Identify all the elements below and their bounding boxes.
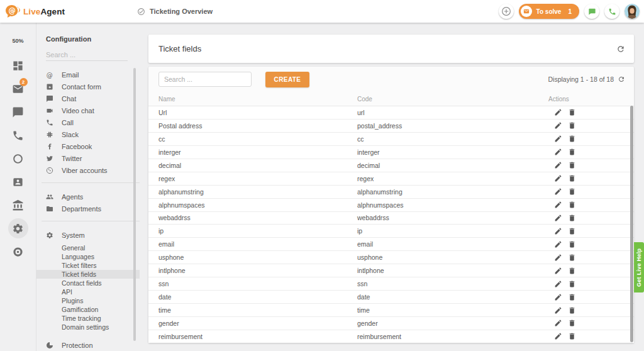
column-header-code[interactable]: Code: [357, 96, 541, 103]
sidebar-item-departments[interactable]: Departments: [36, 203, 140, 214]
sidebar-item-system[interactable]: System: [36, 229, 140, 241]
ring-icon: [12, 153, 24, 165]
delete-icon[interactable]: [568, 135, 576, 143]
to-solve-button[interactable]: To solve 1: [519, 4, 579, 19]
sidebar-subitem-contact-fields[interactable]: Contact fields: [36, 279, 140, 287]
edit-icon[interactable]: [554, 214, 562, 222]
rail-item-extras[interactable]: [8, 242, 28, 262]
field-name: interger: [158, 148, 357, 156]
sidebar-item-chat[interactable]: Chat: [36, 92, 140, 104]
table-search-input[interactable]: [158, 72, 252, 87]
sidebar-subitem-time-tracking[interactable]: Time tracking: [36, 314, 140, 323]
edit-icon[interactable]: [554, 227, 562, 235]
delete-icon[interactable]: [568, 267, 576, 275]
sidebar-subitem-api[interactable]: API: [36, 287, 140, 296]
edit-icon[interactable]: [554, 319, 562, 327]
delete-icon[interactable]: [568, 332, 576, 340]
sidebar-item-agents[interactable]: Agents: [36, 191, 140, 203]
rail-item-company[interactable]: [8, 195, 28, 215]
pie-icon: [46, 342, 53, 349]
call-button[interactable]: [604, 4, 619, 19]
bank-icon: [12, 199, 24, 211]
sidebar-item-label: Agents: [62, 193, 83, 201]
delete-icon[interactable]: [568, 293, 576, 301]
edit-icon[interactable]: [554, 293, 562, 301]
delete-icon[interactable]: [568, 240, 576, 248]
column-header-name[interactable]: Name: [158, 96, 357, 103]
edit-icon[interactable]: [554, 254, 562, 262]
edit-icon[interactable]: [554, 332, 562, 340]
delete-icon[interactable]: [568, 108, 576, 116]
edit-icon[interactable]: [554, 174, 562, 182]
liveagent-logo[interactable]: @ LiveAgent: [5, 4, 65, 18]
rail-item-settings[interactable]: [8, 218, 28, 238]
edit-icon[interactable]: [554, 121, 562, 130]
edit-icon[interactable]: [554, 201, 562, 209]
sidebar-item-twitter[interactable]: Twitter: [36, 152, 140, 164]
field-name: email: [158, 240, 357, 248]
delete-icon[interactable]: [568, 319, 576, 327]
field-code: alphnumspaces: [357, 201, 541, 209]
delete-icon[interactable]: [568, 121, 576, 130]
edit-icon[interactable]: [554, 240, 562, 248]
delete-icon[interactable]: [568, 214, 576, 222]
table-row: gendergender: [148, 317, 634, 330]
sidebar-item-video-chat[interactable]: Video chat: [36, 104, 140, 116]
edit-icon[interactable]: [554, 148, 562, 156]
tab-ticketing-overview[interactable]: Ticketing Overview: [137, 0, 213, 23]
get-live-help-tab[interactable]: Get Live Help: [634, 242, 644, 292]
rail-item-calls[interactable]: [8, 125, 28, 145]
add-button[interactable]: [499, 4, 514, 19]
refresh-icon[interactable]: [616, 45, 625, 53]
edit-icon[interactable]: [554, 108, 562, 116]
delete-icon[interactable]: [568, 280, 576, 288]
rail-item-chats[interactable]: [8, 102, 28, 122]
delete-icon[interactable]: [568, 148, 576, 156]
sidebar-subitem-general[interactable]: General: [36, 243, 140, 252]
rail-item-status[interactable]: [8, 148, 28, 169]
delete-icon[interactable]: [568, 187, 576, 196]
rail-item-dashboard[interactable]: [8, 55, 28, 75]
delete-icon[interactable]: [568, 201, 576, 209]
refresh-icon[interactable]: [618, 75, 625, 83]
sidebar-item-email[interactable]: @Email: [36, 69, 140, 81]
edit-icon[interactable]: [554, 161, 562, 169]
edit-icon[interactable]: [554, 187, 562, 196]
sidebar-item-contact-form[interactable]: Contact form: [36, 81, 140, 92]
sidebar-item-call[interactable]: Call: [36, 116, 140, 128]
brand-name: LiveAgent: [23, 7, 65, 16]
sidebar-subitem-ticket-filters[interactable]: Ticket filters: [36, 261, 140, 270]
sidebar-subitem-ticket-fields[interactable]: Ticket fields: [36, 270, 140, 279]
edit-icon[interactable]: [554, 135, 562, 143]
sidebar-item-facebook[interactable]: Facebook: [36, 140, 140, 152]
delete-icon[interactable]: [568, 254, 576, 262]
sidebar-scrollbar[interactable]: [133, 68, 136, 341]
sidebar-item-protection[interactable]: Protection: [36, 339, 140, 351]
sidebar-subitem-domain-settings[interactable]: Domain settings: [36, 323, 140, 332]
table-toolbar: CREATE Displaying 1 - 18 of 18: [148, 67, 634, 92]
rail-item-contacts[interactable]: [8, 172, 28, 192]
sidebar-subitem-gamification[interactable]: Gamification: [36, 305, 140, 314]
sidebar-search-input[interactable]: [46, 49, 128, 61]
delete-icon[interactable]: [568, 174, 576, 182]
sidebar-item-viber-accounts[interactable]: Viber accounts: [36, 164, 140, 176]
sidebar-item-slack[interactable]: Slack: [36, 128, 140, 140]
rail-item-tickets[interactable]: 2: [8, 79, 28, 99]
delete-icon[interactable]: [568, 227, 576, 235]
field-code: webaddrss: [357, 214, 541, 221]
zoom-level[interactable]: 50%: [0, 38, 36, 44]
user-avatar[interactable]: [625, 4, 640, 19]
folder-icon: [46, 205, 53, 213]
column-header-actions: Actions: [541, 96, 624, 103]
delete-icon[interactable]: [568, 306, 576, 315]
sidebar-subitem-plugins[interactable]: Plugins: [36, 296, 140, 305]
edit-icon[interactable]: [554, 267, 562, 275]
table-scrollbar[interactable]: [630, 106, 633, 342]
create-button[interactable]: CREATE: [265, 72, 309, 87]
edit-icon[interactable]: [554, 280, 562, 288]
edit-icon[interactable]: [554, 306, 562, 315]
sidebar-item-label: Viber accounts: [62, 167, 108, 174]
delete-icon[interactable]: [568, 161, 576, 169]
chat-button[interactable]: [584, 4, 599, 19]
sidebar-subitem-languages[interactable]: Languages: [36, 252, 140, 261]
